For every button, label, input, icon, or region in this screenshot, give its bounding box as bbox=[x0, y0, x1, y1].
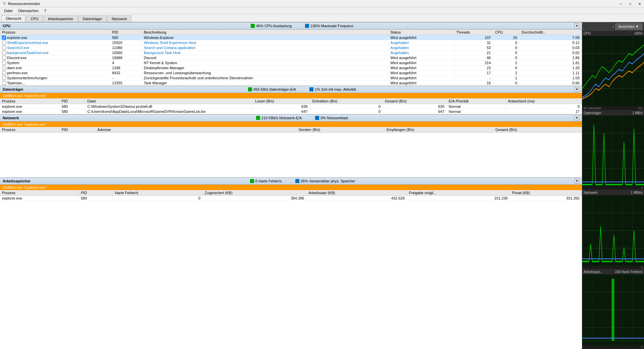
cpu-graph-title: CPU bbox=[584, 32, 591, 35]
cpu-time-val: 0% bbox=[638, 106, 643, 110]
mem-row-pid: 580 bbox=[79, 196, 112, 201]
disk-row-pid: 580 bbox=[59, 104, 85, 109]
tab-datentraeger[interactable]: Datenträger bbox=[79, 15, 107, 22]
cpu-table-row[interactable]: explorer.exe 580 Windows-Explorer Wird a… bbox=[0, 35, 582, 40]
memory-table-row[interactable]: explorer.exe 580 0 394.396 432.628 101.2… bbox=[0, 196, 582, 201]
cpu-row-avg: 0.03 bbox=[519, 45, 582, 50]
minimize-button[interactable]: ─ bbox=[616, 1, 625, 7]
disk-graph-canvas bbox=[582, 116, 644, 186]
cpu-row-checkbox[interactable] bbox=[2, 41, 6, 45]
disk-table-row[interactable]: explorer.exe 580 C:\Windows\System32\twi… bbox=[0, 104, 582, 109]
cpu-col-prozess[interactable]: Prozess bbox=[0, 30, 110, 35]
cpu-table-row[interactable]: Discord.exe 10888 Discord Wird ausgeführ… bbox=[0, 55, 582, 60]
cpu-table-row[interactable]: dwm.exe 1348 Desktopfenster-Manager Wird… bbox=[0, 66, 582, 71]
cpu-col-cpu[interactable]: CPU bbox=[493, 30, 519, 35]
disk-graph-block: Datenträger 1 MB/s bbox=[582, 111, 644, 190]
disk-col-prozess[interactable]: Prozess bbox=[0, 98, 59, 104]
disk-col-pid[interactable]: PID bbox=[59, 98, 85, 104]
cpu-row-checkbox[interactable] bbox=[2, 56, 6, 60]
cpu-col-threads[interactable]: Threads bbox=[454, 30, 493, 35]
cpu-collapse-button[interactable]: ▼ bbox=[575, 24, 579, 28]
cpu-section-header[interactable]: CPU 46% CPU-Auslastung 106% Maximale Fre… bbox=[0, 22, 582, 30]
cpu-row-name: explorer.exe bbox=[0, 35, 110, 40]
cpu-table-row[interactable]: perfmon.exe 8432 Ressourcen- und Leistun… bbox=[0, 71, 582, 76]
mem-col-pid[interactable]: PID bbox=[79, 190, 112, 196]
right-panel: › Ansichten ▼ CPU 100% bbox=[582, 22, 644, 349]
cpu-row-checkbox[interactable] bbox=[2, 36, 6, 40]
cpu-table-row[interactable]: backgroundTaskHost.exe 10560 Background … bbox=[0, 50, 582, 55]
cpu-row-checkbox[interactable] bbox=[2, 76, 6, 80]
disk-section-header[interactable]: Datenträger 456 KB/s Datenträger-E/A 1% … bbox=[0, 86, 582, 93]
network-section-header[interactable]: Netzwerk 210 KBit/s Netzwerk-E/A 0% Netz… bbox=[0, 114, 582, 122]
disk-col-response[interactable]: Antwortzeit (ms) bbox=[506, 98, 582, 104]
window-title: Ressourcenmonitor bbox=[8, 2, 40, 6]
close-button[interactable]: ✕ bbox=[635, 1, 644, 7]
net-col-adresse[interactable]: Adresse bbox=[95, 127, 297, 133]
mem-col-private[interactable]: Privat (KB) bbox=[510, 190, 582, 196]
memory-collapse-button[interactable]: ▼ bbox=[575, 179, 579, 183]
memory-graph-block: Arbeitsspei... 100 Harte Fehler/s bbox=[582, 269, 644, 349]
cpu-graph-block: CPU 100% bbox=[582, 31, 644, 111]
net-col-prozess[interactable]: Prozess bbox=[0, 127, 59, 133]
network-stat1-label: 210 KBit/s Netzwerk-E/A bbox=[261, 116, 302, 120]
net-col-gesamt[interactable]: Gesamt (B/s) bbox=[493, 127, 582, 133]
cpu-table-row[interactable]: System 4 NT Kernel & System Wird ausgefü… bbox=[0, 60, 582, 66]
mem-col-committed[interactable]: Zugesichert (KB) bbox=[203, 190, 306, 196]
disk-stat2-indicator bbox=[309, 87, 313, 91]
maximize-button[interactable]: □ bbox=[626, 1, 635, 7]
disk-col-priority[interactable]: E/A-Priorität bbox=[447, 98, 506, 104]
cpu-col-beschreibung[interactable]: Beschreibung bbox=[142, 30, 388, 35]
menu-datei[interactable]: Datei bbox=[1, 8, 15, 13]
cpu-col-pid[interactable]: PID bbox=[110, 30, 142, 35]
cpu-table-row[interactable]: Systemunterbrechungen - Zurückgestellte … bbox=[0, 76, 582, 81]
disk-row-priority: Normal bbox=[447, 104, 506, 109]
disk-col-datei[interactable]: Datei bbox=[85, 98, 253, 104]
disk-bottom-val: 0 bbox=[582, 186, 644, 190]
net-col-pid[interactable]: PID bbox=[59, 127, 95, 133]
tab-cpu[interactable]: CPU bbox=[26, 15, 43, 22]
disk-collapse-button[interactable]: ▼ bbox=[575, 87, 579, 92]
cpu-stats: 46% CPU-Auslastung 106% Maximale Frequen… bbox=[30, 24, 575, 28]
disk-col-gesamt[interactable]: Gesamt (B/s) bbox=[383, 98, 446, 104]
tab-uebersicht[interactable]: Übersicht bbox=[1, 15, 26, 22]
tab-arbeitsspeicher[interactable]: Arbeitsspeicher bbox=[44, 15, 78, 22]
cpu-col-status[interactable]: Status bbox=[388, 30, 454, 35]
net-col-empfangen[interactable]: Empfangen (B/s) bbox=[384, 127, 493, 133]
memory-section-header[interactable]: Arbeitsspeicher 0 Harte Fehler/s 26% Ver… bbox=[0, 177, 582, 185]
cpu-table-row[interactable]: ShellExperienceHost.exe 15920 Windows Sh… bbox=[0, 40, 582, 45]
network-collapse-button[interactable]: ▼ bbox=[575, 116, 579, 120]
window-icon: ⚙ bbox=[3, 1, 6, 6]
cpu-row-pid: - bbox=[110, 76, 142, 81]
disk-row-total: 630 bbox=[383, 104, 446, 109]
disk-col-schreiben[interactable]: Schreiben (B/s) bbox=[310, 98, 383, 104]
memory-stat2-indicator bbox=[295, 179, 299, 183]
disk-filter-label: Gefiltert von "explorer.exe" bbox=[3, 94, 46, 98]
mem-col-hard[interactable]: Harte Fehler/s bbox=[113, 190, 203, 196]
disk-table-row[interactable]: explorer.exe 580 C:\Users\konst\AppData\… bbox=[0, 109, 582, 114]
cpu-row-desc: Task Manager bbox=[142, 81, 388, 86]
mem-col-freeable[interactable]: Freigabe mögli... bbox=[407, 190, 510, 196]
tab-netzwerk[interactable]: Netzwerk bbox=[107, 15, 132, 22]
network-table: Prozess PID Adresse Senden (B/s) Empfang… bbox=[0, 127, 582, 133]
net-col-senden[interactable]: Senden (B/s) bbox=[297, 127, 385, 133]
disk-col-lesen[interactable]: Lesen (B/s) bbox=[253, 98, 310, 104]
cpu-table-row[interactable]: Taskman... 13355 Task Manager Wird ausge… bbox=[0, 81, 582, 86]
cpu-graph-svg bbox=[582, 36, 644, 106]
menu-ueberwachen[interactable]: Überwachen bbox=[15, 8, 42, 13]
ansichten-button[interactable]: Ansichten ▼ bbox=[615, 24, 642, 30]
mem-col-prozess[interactable]: Prozess bbox=[0, 190, 79, 196]
cpu-row-checkbox[interactable] bbox=[2, 46, 6, 50]
cpu-row-checkbox[interactable] bbox=[2, 51, 6, 55]
cpu-col-avg[interactable]: Durchschnittl... bbox=[519, 30, 582, 35]
cpu-row-cpu: 1 bbox=[493, 76, 519, 81]
cpu-row-checkbox[interactable] bbox=[2, 71, 6, 75]
cpu-row-checkbox[interactable] bbox=[2, 66, 6, 70]
disk-stat1-label: 456 KB/s Datenträger-E/A bbox=[253, 87, 296, 91]
cpu-row-checkbox[interactable] bbox=[2, 61, 6, 65]
disk-row-name: explorer.exe bbox=[0, 104, 59, 109]
mem-col-working[interactable]: Arbeitssatz (KB) bbox=[306, 190, 407, 196]
right-panel-expand[interactable]: › bbox=[612, 24, 614, 29]
cpu-table-row[interactable]: SearchUI.exe 11080 Search and Cortana ap… bbox=[0, 45, 582, 50]
cpu-row-checkbox[interactable] bbox=[2, 81, 6, 85]
menu-help[interactable]: ? bbox=[41, 8, 49, 13]
